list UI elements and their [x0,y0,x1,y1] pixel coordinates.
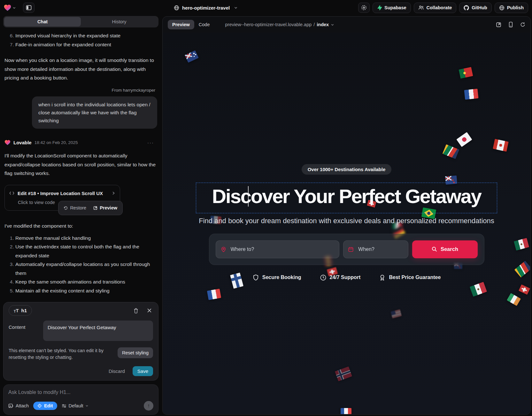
edit-mode-button[interactable]: Edit [33,402,57,410]
edit-card-title: Edit #18 • Improve Location Scroll UX [18,189,103,198]
location-pin-icon [220,246,227,252]
gear-icon [361,5,367,11]
preview-version-button[interactable]: Preview [90,203,120,214]
collaborate-button[interactable]: Collaborate [414,3,457,13]
open-in-new-tab-button[interactable] [496,22,501,27]
discard-button[interactable]: Discard [109,368,125,374]
tab-preview[interactable]: Preview [168,20,194,29]
when-field [343,240,408,258]
refresh-button[interactable] [520,22,525,27]
edit-mode-label: Edit [44,403,53,408]
assistant-paragraph: Now when you click on a location image, … [4,56,157,82]
search-label: Search [441,246,458,252]
model-default-label: Default [69,403,83,408]
restore-icon [64,206,68,210]
content-label: Content [9,321,43,341]
chevron-down-icon [331,23,334,26]
image-icon [8,404,13,408]
chat-messages[interactable]: Improved visual hierarchy in the expande… [3,27,159,294]
award-icon [379,274,386,281]
preview-toolbar: Preview Code preview--hero-optimizer-tra… [163,17,530,33]
where-input[interactable] [216,240,340,258]
github-button[interactable]: GitHub [459,3,491,13]
feature-secure-booking: Secure Booking [252,274,301,281]
tab-chat[interactable]: Chat [4,17,81,26]
supabase-button[interactable]: Supabase [373,3,411,13]
h1-selection-box[interactable]: Discover Your Perfect Getaway [196,183,497,213]
tab-code[interactable]: Code [194,20,214,29]
assistant-paragraph: I've modified the component to: [4,222,157,231]
supabase-icon [377,5,382,10]
collaborate-label: Collaborate [427,5,452,10]
mobile-view-button[interactable] [509,22,513,27]
message-timestamp: 18:42 on Feb 20, 2025 [35,138,78,147]
content-input[interactable]: Discover Your Perfect Getaway [43,321,153,341]
people-icon [418,5,424,10]
globe-icon [499,5,505,11]
user-message-bubble: when i scroll into the individual locati… [32,96,157,129]
message-menu-button[interactable]: ··· [147,138,157,147]
publish-label: Publish [507,5,524,10]
save-button[interactable]: Save [133,366,153,376]
step-item: Use the activeIndex state to control bot… [15,242,157,260]
assistant-name: Lovable [13,138,32,147]
sliders-icon [62,404,66,408]
search-button[interactable]: Search [412,240,477,258]
preview-url-path: index [317,22,329,27]
sidebar-toggle-button[interactable] [23,3,35,13]
hero-title[interactable]: Discover Your Perfect Getaway [212,184,481,208]
settings-button[interactable] [358,3,370,13]
top-bar: hero-optimizer-travel Supabase [0,0,532,15]
github-label: GitHub [472,5,487,10]
send-button[interactable]: ↑ [144,401,153,411]
chevron-down-icon [12,6,16,10]
styling-note: This element can't be styled. You can ed… [9,347,114,361]
message-author-label: From harrymckayroper [4,87,157,93]
features-row: Secure Booking 24/7 Support [252,274,441,281]
type-icon: TT [14,308,19,313]
topbar-actions: Supabase Collaborate GitHub Publish [358,3,528,13]
restore-label: Restore [70,204,86,213]
preview-version-label: Preview [100,204,117,213]
feature-label: 24/7 Support [330,275,361,280]
version-actions: Restore Preview [58,201,123,216]
search-card: Search [209,234,484,265]
url-separator: / [313,22,315,27]
feature-label: Best Price Guarantee [389,275,441,280]
delete-element-button[interactable] [133,308,139,314]
destinations-badge: Over 1000+ Destinations Available [302,164,392,175]
open-external-icon [93,206,97,210]
step-item: Maintain all the existing content and st… [15,286,157,294]
restore-button[interactable]: Restore [60,203,89,214]
attach-button[interactable]: Attach [8,403,29,408]
feature-support: 24/7 Support [320,274,361,281]
element-tag-pill[interactable]: TT h1 [9,305,32,316]
where-field [216,240,340,258]
preview-url[interactable]: preview--hero-optimizer-travel.lovable.a… [225,22,335,27]
composer-placeholder[interactable]: Ask Lovable to modify H1... [8,390,153,395]
chat-sidebar: Chat History Improved visual hierarchy i… [0,15,162,416]
chat-composer[interactable]: Ask Lovable to modify H1... Attach Edit [3,384,158,415]
element-editor-panel: TT h1 Content Discover Your Perfect [3,302,158,381]
calendar-icon [348,246,354,252]
chevron-down-icon [234,6,238,10]
list-item: Fade-in animation for the expanded conte… [15,40,157,49]
app-window: hero-optimizer-travel Supabase [0,0,532,416]
code-icon [9,191,14,195]
feature-label: Secure Booking [262,275,301,280]
publish-button[interactable]: Publish [495,3,528,13]
reset-styling-button[interactable]: Reset styling [118,347,153,358]
assistant-paragraph: I'll modify the LocationScroll component… [4,151,157,178]
supabase-label: Supabase [384,5,406,10]
project-selector[interactable]: hero-optimizer-travel [174,5,238,11]
model-default-selector[interactable]: Default [62,403,89,408]
shield-icon [252,274,259,281]
step-item: Keep the same smooth animations and tran… [15,277,157,286]
steps-list: Remove the manual click handlingUse the … [4,234,157,294]
close-icon[interactable] [147,308,152,313]
preview-viewport[interactable]: Over 1000+ Destinations Available Discov… [163,33,530,414]
attach-label: Attach [16,403,29,408]
lovable-logo-menu[interactable] [4,4,16,11]
project-name: hero-optimizer-travel [182,5,230,11]
tab-history[interactable]: History [81,17,158,26]
